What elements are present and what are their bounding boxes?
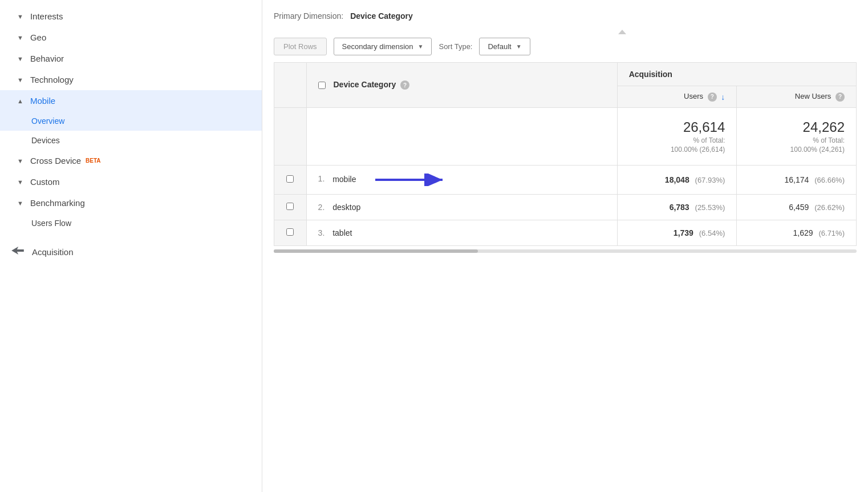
table-row: 1. mobile 18,048 (67.93%) bbox=[274, 165, 857, 194]
scroll-bar bbox=[274, 249, 857, 253]
row-1-users-cell: 6,783 (25.53%) bbox=[617, 194, 737, 220]
sort-type-button[interactable]: Default ▼ bbox=[479, 38, 530, 55]
primary-dim-label: Primary Dimension: bbox=[274, 11, 343, 21]
row-0-new-users-pct: (66.66%) bbox=[814, 176, 845, 184]
row-2-new-users-value: 1,629 bbox=[793, 228, 813, 237]
users-column-header: Users ? ↓ bbox=[617, 86, 737, 108]
sidebar-subitem-users-flow[interactable]: Users Flow bbox=[0, 213, 262, 233]
row-0-users-pct: (67.93%) bbox=[695, 176, 725, 184]
sort-type-label: Sort Type: bbox=[439, 42, 472, 51]
row-0-users-cell: 18,048 (67.93%) bbox=[617, 165, 737, 194]
geo-arrow: ▼ bbox=[17, 34, 23, 41]
scroll-bar-thumb[interactable] bbox=[274, 249, 478, 253]
sidebar-item-label: Technology bbox=[30, 75, 74, 84]
select-all-checkbox[interactable] bbox=[318, 82, 326, 89]
totals-device-cell bbox=[306, 107, 617, 165]
caret-up-icon bbox=[618, 30, 626, 34]
plot-rows-button[interactable]: Plot Rows bbox=[274, 38, 327, 55]
row-2-device: tablet bbox=[332, 228, 352, 237]
row-0-checkbox[interactable] bbox=[286, 175, 294, 183]
sidebar-item-cross-device[interactable]: ▼ Cross Device BETA bbox=[0, 150, 262, 171]
row-1-users-value: 6,783 bbox=[670, 203, 689, 212]
row-1-device: desktop bbox=[332, 203, 360, 212]
users-total-pct-value: 100.00% (26,614) bbox=[629, 146, 725, 154]
users-total-pct-label: % of Total: bbox=[629, 136, 725, 144]
device-category-help-icon[interactable]: ? bbox=[400, 80, 409, 90]
row-1-checkbox[interactable] bbox=[286, 203, 294, 210]
sidebar-item-benchmarking[interactable]: ▼ Benchmarking bbox=[0, 192, 262, 213]
row-2-num: 3. bbox=[318, 228, 325, 237]
device-category-header: Device Category ? bbox=[306, 63, 617, 108]
new-users-total-pct-label: % of Total: bbox=[748, 136, 845, 144]
table-group-header-row: Device Category ? Acquisition bbox=[274, 63, 857, 86]
sidebar-item-label: Mobile bbox=[30, 96, 55, 106]
row-1-new-users-cell: 6,459 (26.62%) bbox=[737, 194, 857, 220]
sidebar-subitem-overview[interactable]: Overview bbox=[0, 111, 262, 131]
users-total-value: 26,614 bbox=[629, 119, 725, 135]
users-help-icon[interactable]: ? bbox=[708, 92, 717, 102]
sidebar-subitem-label: Users Flow bbox=[31, 219, 71, 228]
sidebar-item-label: Behavior bbox=[30, 54, 64, 63]
sidebar-item-label: Geo bbox=[30, 33, 46, 42]
row-1-device-cell: 2. desktop bbox=[306, 194, 617, 220]
acquisition-icon bbox=[10, 245, 25, 259]
primary-dimension-bar: Primary Dimension: Device Category bbox=[274, 11, 857, 21]
totals-check-cell bbox=[274, 107, 307, 165]
sidebar-item-mobile[interactable]: ▲ Mobile bbox=[0, 90, 262, 111]
row-0-users-value: 18,048 bbox=[665, 175, 689, 184]
sidebar-item-label: Interests bbox=[30, 11, 63, 21]
new-users-total-pct-value: 100.00% (24,261) bbox=[748, 146, 845, 154]
toolbar: Plot Rows Secondary dimension ▼ Sort Typ… bbox=[274, 38, 857, 62]
row-2-users-value: 1,739 bbox=[674, 228, 693, 237]
row-2-new-users-pct: (6.71%) bbox=[818, 229, 845, 237]
primary-dim-value: Device Category bbox=[350, 11, 413, 21]
sidebar-subitem-label: Devices bbox=[31, 136, 60, 145]
users-header-label: Users bbox=[684, 92, 703, 100]
sidebar-item-acquisition[interactable]: Acquisition bbox=[0, 239, 262, 265]
new-users-total-value: 24,262 bbox=[748, 119, 845, 135]
row-1-new-users-value: 6,459 bbox=[789, 203, 809, 212]
row-0-device-cell: 1. mobile bbox=[306, 165, 617, 194]
totals-row: 26,614 % of Total: 100.00% (26,614) 24,2… bbox=[274, 107, 857, 165]
totals-new-users-cell: 24,262 % of Total: 100.00% (24,261) bbox=[737, 107, 857, 165]
sidebar-item-technology[interactable]: ▼ Technology bbox=[0, 69, 262, 90]
sidebar-item-geo[interactable]: ▼ Geo bbox=[0, 27, 262, 48]
main-content: Primary Dimension: Device Category Plot … bbox=[262, 0, 868, 492]
cross-device-arrow: ▼ bbox=[17, 158, 23, 164]
sidebar-item-interests[interactable]: ▼ Interests bbox=[0, 6, 262, 27]
table-row: 2. desktop 6,783 (25.53%) 6,459 (26.62%) bbox=[274, 194, 857, 220]
row-2-check-cell bbox=[274, 220, 307, 245]
sidebar-item-label: Custom bbox=[30, 177, 60, 187]
row-0-num: 1. bbox=[318, 174, 325, 183]
row-0-new-users-cell: 16,174 (66.66%) bbox=[737, 165, 857, 194]
custom-arrow: ▼ bbox=[17, 179, 23, 185]
sidebar-subitem-devices[interactable]: Devices bbox=[0, 131, 262, 150]
acquisition-group-header: Acquisition bbox=[617, 63, 856, 86]
sidebar-item-custom[interactable]: ▼ Custom bbox=[0, 171, 262, 192]
secondary-dim-dropdown-arrow: ▼ bbox=[418, 43, 424, 50]
totals-users-cell: 26,614 % of Total: 100.00% (26,614) bbox=[617, 107, 737, 165]
blue-arrow-annotation bbox=[375, 174, 449, 186]
technology-arrow: ▼ bbox=[17, 76, 23, 83]
acquisition-label: Acquisition bbox=[32, 247, 74, 257]
secondary-dimension-button[interactable]: Secondary dimension ▼ bbox=[334, 38, 432, 55]
beta-badge: BETA bbox=[86, 158, 100, 164]
header-checkbox-cell bbox=[274, 63, 307, 108]
row-2-users-pct: (6.54%) bbox=[699, 229, 725, 237]
row-0-device: mobile bbox=[332, 174, 356, 183]
sidebar-item-behavior[interactable]: ▼ Behavior bbox=[0, 48, 262, 69]
sort-type-value: Default bbox=[488, 42, 511, 51]
sidebar: ▼ Interests ▼ Geo ▼ Behavior ▼ Technolog… bbox=[0, 0, 262, 492]
row-0-check-cell bbox=[274, 165, 307, 194]
secondary-dim-label: Secondary dimension bbox=[342, 42, 413, 51]
behavior-arrow: ▼ bbox=[17, 55, 23, 62]
new-users-help-icon[interactable]: ? bbox=[835, 92, 845, 102]
row-1-new-users-pct: (26.62%) bbox=[814, 203, 845, 212]
table-row: 3. tablet 1,739 (6.54%) 1,629 (6.71%) bbox=[274, 220, 857, 245]
row-2-checkbox[interactable] bbox=[286, 228, 294, 236]
row-1-check-cell bbox=[274, 194, 307, 220]
row-1-users-pct: (25.53%) bbox=[695, 203, 725, 212]
row-2-new-users-cell: 1,629 (6.71%) bbox=[737, 220, 857, 245]
new-users-header-label: New Users bbox=[795, 92, 832, 100]
sidebar-item-label: Benchmarking bbox=[30, 198, 85, 208]
